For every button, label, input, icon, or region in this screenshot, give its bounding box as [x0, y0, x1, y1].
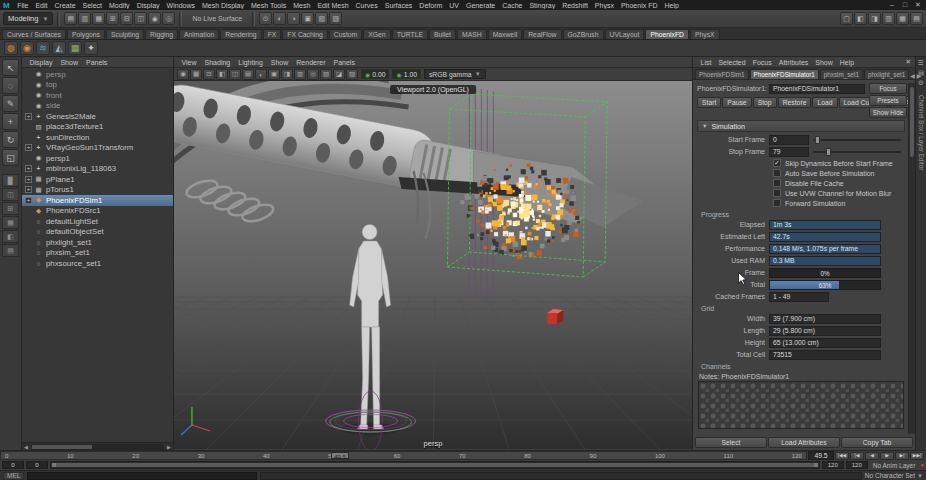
shelf-tool-icon[interactable]: ▦ — [68, 41, 82, 55]
panel-menu[interactable]: View — [178, 59, 200, 66]
window-button[interactable]: – — [887, 1, 897, 9]
command-input[interactable] — [27, 472, 257, 480]
outliner-item[interactable]: + PhoenixFDSrc1 — [22, 206, 173, 217]
menu-item[interactable]: Curves — [352, 2, 381, 9]
checkbox[interactable] — [773, 199, 781, 207]
panel-menu[interactable]: Panels — [82, 59, 110, 66]
sidebar-toggle-icon[interactable]: ▢ — [840, 12, 853, 25]
menu-item[interactable]: Redshift — [559, 2, 592, 9]
viewport-toolbar-icon[interactable]: ◨ — [281, 69, 293, 80]
shelf-tab[interactable]: Sculpting — [106, 29, 144, 39]
shelf-tab[interactable]: Polygons — [67, 29, 105, 39]
tool-button[interactable]: + — [2, 113, 19, 130]
outliner-item[interactable]: + persp1 — [22, 153, 173, 164]
checkbox-row[interactable]: Skip Dynamics Before Start Frame — [773, 158, 907, 168]
shelf-tool-icon[interactable]: ✦ — [84, 41, 98, 55]
panel-menu[interactable]: Attributes — [775, 59, 812, 66]
stop-frame-slider[interactable] — [813, 151, 901, 153]
checkbox[interactable] — [773, 159, 781, 167]
sidebar-panel-icon[interactable]: ⚙ — [918, 79, 924, 87]
playback-end-field[interactable]: 120 — [822, 461, 844, 469]
shelf-tool-icon[interactable]: ◍ — [4, 41, 18, 55]
sim-control-button[interactable]: Stop — [753, 97, 777, 108]
grid-value-field[interactable]: 65 (13.000 cm) — [769, 338, 881, 348]
shelf-tab[interactable]: Maxwell — [488, 29, 523, 39]
sim-control-button[interactable]: Load — [812, 97, 837, 108]
sim-control-button[interactable]: Start — [697, 97, 721, 108]
menu-set-dropdown[interactable]: Modeling ▼ — [3, 12, 53, 25]
tool-button[interactable]: ◌ — [2, 77, 19, 94]
layout-button[interactable]: ◧ — [2, 230, 19, 243]
outliner-item[interactable]: + defaultObjectSet — [22, 227, 173, 238]
sim-control-button[interactable]: Restore — [778, 97, 812, 108]
scroll-right-icon[interactable]: ▶ — [165, 444, 173, 450]
outliner-item[interactable]: + persp — [22, 69, 173, 80]
panel-menu[interactable]: Display — [26, 59, 56, 66]
stop-frame-input[interactable]: 79 — [769, 147, 809, 157]
status-icon[interactable]: ⊟ — [120, 12, 133, 25]
viewport-toolbar-icon[interactable]: ◎ — [307, 69, 319, 80]
viewport-toolbar-icon[interactable]: ⊡ — [203, 69, 215, 80]
expand-toggle-icon[interactable]: + — [25, 144, 32, 151]
current-time-marker[interactable]: 49.5 — [331, 452, 349, 459]
ae-footer-button[interactable]: Load Attributes — [768, 437, 840, 448]
panel-menu[interactable]: Shading — [201, 59, 234, 66]
menu-item[interactable]: Windows — [163, 2, 198, 9]
ae-tab[interactable]: phxsim_set1 — [820, 69, 863, 79]
shelf-tab[interactable]: UVLayout — [605, 29, 645, 39]
layout-button[interactable]: ▦ — [2, 216, 19, 229]
anim-end-field[interactable]: 120 — [846, 461, 868, 469]
outliner-item[interactable]: + pTorus1 — [22, 185, 173, 196]
sidebar-toggle-icon[interactable]: ▥ — [882, 12, 895, 25]
menu-item[interactable]: File — [14, 2, 32, 9]
outliner-item[interactable]: + pPlane1 — [22, 174, 173, 185]
viewport-toolbar-icon[interactable]: ◐ — [255, 69, 267, 80]
current-frame-field[interactable]: 49.5 — [808, 451, 834, 460]
outliner-item[interactable]: + phxlight_set1 — [22, 237, 173, 248]
status-icon[interactable]: ◫ — [134, 12, 147, 25]
section-simulation[interactable]: ▼ Simulation — [697, 120, 905, 132]
outliner-item[interactable]: + PhoenixFDSim1 — [22, 195, 173, 206]
sidebar-toggle-icon[interactable]: ◧ — [854, 12, 867, 25]
viewport-toolbar-icon[interactable]: ▤ — [242, 69, 254, 80]
window-button[interactable]: □ — [900, 1, 910, 9]
shelf-tab[interactable]: GoZBrush — [563, 29, 604, 39]
shelf-tab[interactable]: Curves / Surfaces — [2, 29, 66, 39]
auto-key-icon[interactable]: ● — [920, 462, 924, 468]
tool-button[interactable]: ✎ — [2, 95, 19, 112]
checkbox-row[interactable]: Use UVW Channel for Motion Blur — [773, 188, 907, 198]
playback-button[interactable]: |◀◀ — [835, 452, 849, 460]
menu-item[interactable]: Select — [79, 2, 105, 9]
outliner-item[interactable]: + mbIronixLig_118063 — [22, 164, 173, 175]
menu-item[interactable]: Deform — [416, 2, 446, 9]
grid-value-field[interactable]: 73515 — [769, 350, 881, 360]
viewport-toolbar-icon[interactable]: ◫ — [229, 69, 241, 80]
channel-box-vertical-label[interactable]: Channel Box / Layer Editor — [918, 95, 925, 170]
expand-toggle-icon[interactable]: + — [25, 197, 32, 204]
sidebar-toggle-icon[interactable]: ▦ — [896, 12, 909, 25]
status-icon[interactable]: ◐ — [273, 12, 286, 25]
ae-side-button[interactable]: Show Hide — [869, 107, 907, 118]
checkbox-row[interactable]: Auto Save Before Simulation — [773, 168, 907, 178]
status-icon[interactable]: ⊙ — [259, 12, 272, 25]
scroll-left-icon[interactable]: ◀ — [22, 444, 30, 450]
menu-item[interactable]: Cache — [499, 2, 526, 9]
layout-button[interactable]: ⊞ — [2, 202, 19, 215]
viewport-toolbar-icon[interactable]: ▦ — [190, 69, 202, 80]
sidebar-panel-icon[interactable]: ☰ — [918, 59, 924, 67]
playback-button[interactable]: ◀ — [865, 452, 879, 460]
ae-side-button[interactable]: Presets — [869, 95, 907, 106]
shelf-tab[interactable]: PhysX — [690, 29, 720, 39]
color-management-dropdown[interactable]: sRGB gamma ▼ — [424, 69, 486, 79]
time-slider[interactable]: 0102030405060708090100110120 49.5 — [0, 451, 807, 460]
tool-button[interactable]: ↖ — [2, 59, 19, 76]
panel-menu[interactable]: Show — [57, 59, 82, 66]
shelf-tab[interactable]: XGen — [363, 29, 390, 39]
ae-side-button[interactable]: Focus — [869, 83, 907, 94]
menu-item[interactable]: Display — [133, 2, 163, 9]
layout-button[interactable]: ▤ — [2, 244, 19, 257]
viewport-toolbar-icon[interactable]: ◧ — [216, 69, 228, 80]
expand-toggle-icon[interactable]: + — [25, 113, 32, 120]
sidebar-toggle-icon[interactable]: ▤ — [910, 12, 923, 25]
notes-textarea[interactable] — [698, 381, 904, 429]
